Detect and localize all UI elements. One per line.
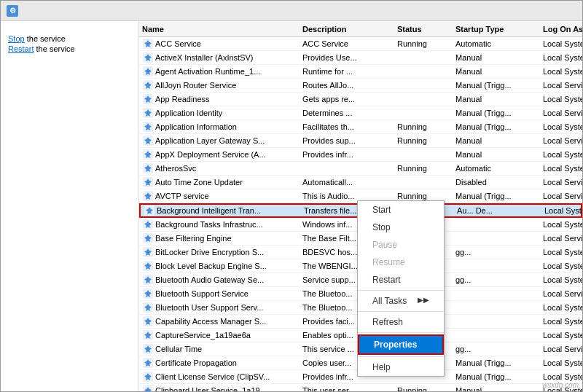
service-icon-14 xyxy=(142,232,154,244)
col-name-cell: ACC Service xyxy=(139,38,300,50)
service-icon-1 xyxy=(142,52,154,63)
content-area: Stop the service Restart the service Nam… xyxy=(1,21,582,391)
service-icon-19 xyxy=(142,302,154,313)
col-logon-cell-17: Local System xyxy=(540,275,582,284)
col-header-status[interactable]: Status xyxy=(394,25,453,34)
col-name-cell: Bluetooth Audio Gateway Se... xyxy=(139,274,300,286)
col-name-cell: Client License Service (ClipSV... xyxy=(139,371,300,383)
menu-divider-9 xyxy=(358,332,444,333)
context-menu-item-stop[interactable]: Stop xyxy=(358,219,444,236)
services-window: ⚙ Stop the service Restart the service xyxy=(0,0,583,392)
menu-divider-7 xyxy=(358,311,444,312)
col-logon-cell-21: Local System xyxy=(540,331,582,340)
service-icon-4 xyxy=(142,93,154,105)
service-icon-11 xyxy=(142,190,154,202)
col-status-cell-11: Running xyxy=(394,192,453,200)
service-icon-24 xyxy=(142,371,154,383)
restart-service-link[interactable]: Restart the service xyxy=(8,44,131,53)
col-name-cell: Background Intelligent Tran... xyxy=(141,205,301,216)
table-row[interactable]: ACC Service ACC Service Running Automati… xyxy=(139,37,582,51)
table-row[interactable]: AllJoyn Router Service Routes AllJo... M… xyxy=(139,79,582,93)
col-logon-cell-12: Local System xyxy=(541,206,582,215)
service-name-5: Application Identity xyxy=(155,109,222,117)
col-header-desc[interactable]: Description xyxy=(300,25,394,34)
col-header-name[interactable]: Name xyxy=(139,25,300,34)
table-row[interactable]: App Readiness Gets apps re... Manual Loc… xyxy=(139,93,582,106)
service-icon-12 xyxy=(144,205,155,216)
col-name-cell: AtherosSvc xyxy=(139,162,300,174)
service-name-19: Bluetooth User Support Serv... xyxy=(155,303,263,312)
col-name-cell: Application Identity xyxy=(139,107,300,119)
service-icon-15 xyxy=(142,246,154,258)
col-desc-cell-5: Determines ... xyxy=(300,109,394,117)
col-name-cell: Bluetooth User Support Serv... xyxy=(139,302,300,313)
table-row[interactable]: Agent Activation Runtime_1... Runtime fo… xyxy=(139,65,582,79)
context-menu-item-resume: Resume xyxy=(358,254,444,271)
col-startup-cell-10: Disabled xyxy=(453,178,540,187)
col-logon-cell-9: Local System xyxy=(540,164,582,173)
service-icon-25 xyxy=(142,385,154,391)
col-startup-cell-25: Manual xyxy=(453,386,540,391)
service-name-12: Background Intelligent Tran... xyxy=(157,206,261,215)
col-startup-cell-1: Manual xyxy=(453,53,540,62)
service-name-20: Capability Access Manager S... xyxy=(155,317,266,326)
col-logon-cell-13: Local System xyxy=(540,220,582,229)
service-name-7: Application Layer Gateway S... xyxy=(155,136,265,145)
service-name-17: Bluetooth Audio Gateway Se... xyxy=(155,275,264,284)
context-menu-item-help[interactable]: Help xyxy=(358,358,444,376)
service-icon-2 xyxy=(142,66,154,77)
table-row[interactable]: Auto Time Zone Updater Automaticall... D… xyxy=(139,176,582,189)
context-menu-item-start[interactable]: Start xyxy=(358,201,444,219)
col-name-cell: Auto Time Zone Updater xyxy=(139,176,300,188)
stop-link-text[interactable]: Stop xyxy=(8,34,25,43)
service-name-18: Bluetooth Support Service xyxy=(155,289,249,298)
col-logon-cell-0: Local System xyxy=(540,39,582,48)
col-startup-cell-8: Manual xyxy=(453,150,540,159)
col-logon-cell-19: Local System xyxy=(540,303,582,312)
table-row[interactable]: Application Identity Determines ... Manu… xyxy=(139,106,582,120)
watermark: wsxdn.com xyxy=(542,381,579,389)
col-logon-cell-6: Local System xyxy=(540,122,582,131)
col-desc-cell-4: Gets apps re... xyxy=(300,95,394,103)
col-logon-cell-7: Local Service xyxy=(540,136,582,145)
col-startup-cell-2: Manual xyxy=(453,67,540,76)
table-row[interactable]: Application Layer Gateway S... Provides … xyxy=(139,134,582,148)
stop-service-link[interactable]: Stop the service xyxy=(8,34,131,43)
restart-link-text[interactable]: Restart xyxy=(8,44,34,53)
col-desc-cell-25: This user ser... xyxy=(300,386,394,391)
service-name-25: Clipboard User Service_1a19... xyxy=(155,386,267,391)
col-header-logon[interactable]: Log On As xyxy=(540,25,582,34)
table-row[interactable]: Clipboard User Service_1a19... This user… xyxy=(139,384,582,391)
service-icon-13 xyxy=(142,219,154,230)
service-name-13: Background Tasks Infrastruc... xyxy=(155,220,263,229)
title-bar: ⚙ xyxy=(1,1,582,21)
service-name-2: Agent Activation Runtime_1... xyxy=(155,67,260,76)
service-icon-10 xyxy=(142,176,154,188)
col-startup-cell-22: gg... xyxy=(453,345,540,353)
table-row[interactable]: AtherosSvc Running Automatic Local Syste… xyxy=(139,162,582,176)
col-logon-cell-24: Local System xyxy=(540,372,582,381)
service-name-1: ActiveX Installer (AxInstSV) xyxy=(155,53,254,62)
col-status-cell-6: Running xyxy=(394,122,453,131)
col-name-cell: Application Information xyxy=(139,121,300,133)
context-menu-item-refresh[interactable]: Refresh xyxy=(358,313,444,331)
sidebar: Stop the service Restart the service xyxy=(1,21,139,391)
col-name-cell: Bluetooth Support Service xyxy=(139,288,300,299)
col-startup-cell-6: Manual (Trigg... xyxy=(453,122,540,131)
service-icon-5 xyxy=(142,107,154,119)
service-name-22: Cellular Time xyxy=(155,345,202,353)
context-menu-item-all-tasks[interactable]: All Tasks ▶ xyxy=(358,292,444,310)
col-name-cell: Certificate Propagation xyxy=(139,357,300,369)
table-row[interactable]: AppX Deployment Service (A... Provides i… xyxy=(139,148,582,162)
table-row[interactable]: ActiveX Installer (AxInstSV) Provides Us… xyxy=(139,51,582,65)
service-name-21: CaptureService_1a19ae6a xyxy=(155,331,251,340)
col-name-cell: BitLocker Drive Encryption S... xyxy=(139,246,300,258)
table-row[interactable]: Application Information Facilitates th..… xyxy=(139,120,582,134)
col-logon-cell-20: Local System xyxy=(540,317,582,326)
context-menu-item-restart[interactable]: Restart xyxy=(358,271,444,289)
col-header-startup[interactable]: Startup Type xyxy=(453,25,540,34)
col-desc-cell-0: ACC Service xyxy=(300,39,394,48)
title-bar-icon: ⚙ xyxy=(7,5,18,17)
col-logon-cell-16: Local System xyxy=(540,262,582,270)
context-menu-item-properties[interactable]: Properties xyxy=(358,334,444,355)
